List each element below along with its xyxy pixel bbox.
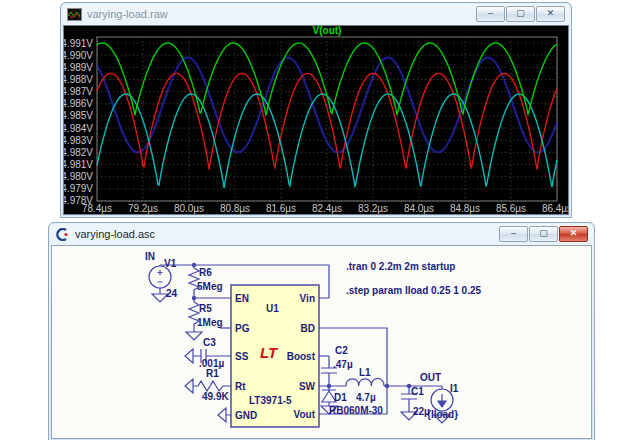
x-tick-label: 79.2µs: [128, 203, 158, 214]
maximize-button[interactable]: ▢: [529, 226, 558, 242]
node-label-out: OUT: [420, 372, 441, 383]
value-d1: RB060M-30: [329, 405, 383, 416]
value-i1: {Iload}: [427, 409, 458, 420]
designator-d1: D1: [334, 392, 347, 403]
x-tick-label: 81.6µs: [266, 203, 296, 214]
designator-r6: R6: [199, 267, 212, 278]
value-c2: .47µ: [333, 359, 353, 370]
x-tick-label: 84.0µs: [404, 203, 434, 214]
y-tick-label: 4.989V: [64, 62, 93, 73]
x-tick-label: 80.8µs: [220, 203, 250, 214]
x-tick-label: 82.4µs: [312, 203, 342, 214]
x-tick-label: 84.8µs: [450, 203, 480, 214]
x-tick-label: 80.0µs: [174, 203, 204, 214]
waveform-window-title: varying-load.raw: [87, 8, 471, 20]
directive-tran[interactable]: .tran 0 2.2m 2m startup: [346, 261, 455, 272]
value-r5: 1Meg: [197, 317, 223, 328]
l1-inductor[interactable]: [346, 378, 384, 386]
pin-gnd: GND: [235, 410, 257, 421]
maximize-button[interactable]: ▢: [506, 6, 535, 22]
designator-v1: V1: [164, 258, 176, 269]
value-l1: 4.7µ: [356, 392, 376, 403]
minimize-button[interactable]: –: [476, 6, 505, 22]
designator-c1: C1: [411, 386, 424, 397]
designator-i1: I1: [450, 383, 458, 394]
schematic-drawing: [52, 246, 589, 436]
gnd-pin-ground[interactable]: [218, 408, 231, 422]
pin-bd: BD: [301, 323, 315, 334]
waveform-plot[interactable]: 4.991V4.990V4.989V4.988V4.987V4.986V4.98…: [64, 26, 568, 214]
schematic-window-title: varying-load.asc: [75, 228, 494, 240]
pin-vout: Vout: [294, 409, 315, 420]
designator-r5: R5: [199, 303, 212, 314]
designator-l1: L1: [359, 367, 371, 378]
y-tick-label: 4.990V: [64, 50, 93, 61]
y-tick-label: 4.984V: [64, 123, 93, 134]
value-r6: 5Meg: [197, 281, 223, 292]
pin-rt: Rt: [235, 381, 246, 392]
designator-c2: C2: [335, 345, 348, 356]
pin-pg: PG: [235, 323, 249, 334]
close-button[interactable]: ✕: [536, 6, 565, 22]
value-v1: 24: [166, 288, 177, 299]
y-tick-label: 4.981V: [64, 159, 93, 170]
y-tick-label: 4.983V: [64, 135, 93, 146]
y-tick-label: 4.979V: [64, 183, 93, 194]
schematic-window[interactable]: varying-load.asc – ▢ ✕: [48, 222, 595, 440]
waveform-window[interactable]: varying-load.raw – ▢ ✕ 4.991V4.990V4.989…: [60, 2, 572, 218]
ic-designator: U1: [266, 303, 279, 314]
designator-c3: C3: [203, 337, 216, 348]
y-tick-label: 4.988V: [64, 74, 93, 85]
y-tick-label: 4.980V: [64, 171, 93, 182]
ltspice-icon: [55, 227, 70, 240]
close-button[interactable]: ✕: [559, 226, 588, 242]
y-tick-label: 4.982V: [64, 147, 93, 158]
ic-part-number: LT3971-5: [249, 395, 292, 406]
schematic-canvas[interactable]: IN V1 24 R6 5Meg R5 1Meg C3 .001µ R1 49.…: [51, 245, 592, 439]
x-tick-label: 78.4µs: [82, 203, 112, 214]
pin-vin: Vin: [300, 293, 315, 304]
minimize-button[interactable]: –: [499, 226, 528, 242]
y-tick-label: 4.987V: [64, 86, 93, 97]
y-tick-label: 4.986V: [64, 98, 93, 109]
pin-en: EN: [235, 293, 249, 304]
designator-r1: R1: [206, 368, 219, 379]
waveform-titlebar[interactable]: varying-load.raw – ▢ ✕: [61, 3, 571, 24]
y-tick-label: 4.991V: [64, 38, 93, 49]
pin-ss: SS: [235, 351, 248, 362]
schematic-titlebar[interactable]: varying-load.asc – ▢ ✕: [49, 223, 594, 244]
plot-title[interactable]: V(out): [313, 26, 342, 36]
pin-sw: SW: [299, 381, 315, 392]
y-tick-label: 4.985V: [64, 110, 93, 121]
waveform-file-icon: [67, 7, 82, 20]
waveform-trace-step-2-blue-: [97, 58, 557, 153]
directive-step[interactable]: .step param Iload 0.25 1 0.25: [346, 285, 481, 296]
lt-logo: LT: [260, 344, 277, 361]
pin-boost: Boost: [287, 351, 315, 362]
x-tick-label: 85.6µs: [496, 203, 526, 214]
x-tick-label: 86.4µs: [542, 203, 568, 214]
value-r1: 49.9K: [202, 391, 229, 402]
node-label-in: IN: [145, 251, 155, 262]
x-tick-label: 83.2µs: [358, 203, 388, 214]
